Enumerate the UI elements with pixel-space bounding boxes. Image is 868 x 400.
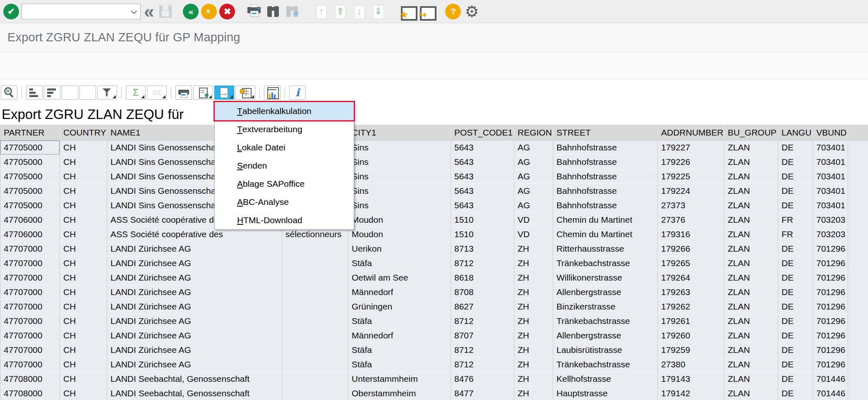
table-cell[interactable]: 47707000 xyxy=(0,256,60,271)
table-cell[interactable]: 179142 xyxy=(658,386,724,400)
table-cell[interactable]: AG xyxy=(514,155,553,169)
table-cell[interactable]: 27376 xyxy=(658,213,724,227)
table-cell[interactable]: CH xyxy=(60,314,107,329)
table-cell[interactable] xyxy=(282,271,348,285)
table-cell[interactable]: ZH xyxy=(514,329,553,343)
table-cell[interactable]: DE xyxy=(778,271,813,285)
table-cell[interactable]: 1510 xyxy=(451,213,514,227)
table-cell[interactable]: 47705000 xyxy=(0,184,60,198)
table-cell[interactable]: 179226 xyxy=(658,155,724,169)
table-cell[interactable]: 701446 xyxy=(813,386,848,400)
table-cell[interactable]: CH xyxy=(60,372,107,386)
header-cell-post_code1[interactable]: POST_CODE1 xyxy=(451,125,514,140)
table-cell[interactable]: ZH xyxy=(514,271,553,285)
table-cell[interactable]: Sins xyxy=(348,169,451,184)
table-cell[interactable]: 47707000 xyxy=(0,357,60,372)
table-cell[interactable]: 179143 xyxy=(658,372,724,386)
sort-ascending-button[interactable] xyxy=(26,86,43,100)
table-cell[interactable]: ZLAN xyxy=(724,343,778,357)
table-cell[interactable]: LANDI Zürichsee AG xyxy=(107,285,282,300)
table-cell[interactable]: 179316 xyxy=(658,227,724,242)
table-cell[interactable]: 5643 xyxy=(451,169,514,184)
table-cell[interactable]: Tränkebachstrasse xyxy=(553,314,658,329)
table-cell[interactable] xyxy=(282,386,348,400)
table-cell[interactable]: 179262 xyxy=(658,300,724,314)
table-cell[interactable]: LANDI Zürichsee AG xyxy=(107,343,282,357)
menu-item[interactable]: Senden xyxy=(215,157,354,175)
table-cell[interactable]: AG xyxy=(514,140,553,155)
table-cell[interactable]: 47705000 xyxy=(0,140,60,155)
table-cell[interactable]: ZLAN xyxy=(724,314,778,329)
table-cell[interactable]: Ritterhausstrasse xyxy=(553,242,658,256)
menu-item[interactable]: Textverarbeitung xyxy=(215,120,354,138)
table-cell[interactable]: 8712 xyxy=(451,357,514,372)
table-cell[interactable]: ZH xyxy=(514,314,553,329)
table-cell[interactable]: 179264 xyxy=(658,271,724,285)
print-button[interactable] xyxy=(175,86,192,100)
table-cell[interactable]: ZH xyxy=(514,343,553,357)
table-cell[interactable]: VD xyxy=(514,213,553,227)
find-button[interactable] xyxy=(62,86,78,100)
table-cell[interactable]: LANDI Zürichsee AG xyxy=(107,314,282,329)
table-cell[interactable]: LANDI Seebachtal, Genossenschaft xyxy=(107,386,282,400)
help-icon[interactable]: ? xyxy=(445,4,461,19)
table-cell[interactable]: Sins xyxy=(348,184,451,198)
table-cell[interactable]: AG xyxy=(514,184,553,198)
table-cell[interactable]: 703401 xyxy=(813,155,848,169)
table-cell[interactable]: CH xyxy=(60,198,107,213)
header-cell-vbund[interactable]: VBUND xyxy=(813,125,848,140)
table-cell[interactable] xyxy=(282,372,348,386)
table-cell[interactable]: ZLAN xyxy=(724,357,778,372)
table-cell[interactable]: LANDI Zürichsee AG xyxy=(107,357,282,372)
table-cell[interactable]: 27373 xyxy=(658,198,724,213)
table-cell[interactable]: 8477 xyxy=(451,386,514,400)
table-cell[interactable]: VD xyxy=(514,227,553,242)
table-cell[interactable]: Bahnhofstrasse xyxy=(553,155,658,169)
table-cell[interactable]: DE xyxy=(778,169,813,184)
table-cell[interactable]: Oetwil am See xyxy=(348,271,451,285)
table-cell[interactable]: CH xyxy=(60,213,107,227)
table-cell[interactable]: 47707000 xyxy=(0,300,60,314)
table-cell[interactable]: 5643 xyxy=(451,198,514,213)
table-cell[interactable]: 701296 xyxy=(813,314,848,329)
table-cell[interactable]: Männedorf xyxy=(348,329,451,343)
sort-descending-button[interactable] xyxy=(44,86,60,100)
table-cell[interactable]: 701296 xyxy=(813,242,848,256)
header-cell-region[interactable]: REGION xyxy=(514,125,553,140)
table-cell[interactable]: CH xyxy=(60,184,107,198)
views-button[interactable] xyxy=(193,86,213,100)
table-cell[interactable]: DE xyxy=(778,300,813,314)
table-cell[interactable]: Stäfa xyxy=(348,256,451,271)
table-cell[interactable]: Kellhofstrasse xyxy=(553,372,658,386)
table-cell[interactable]: CH xyxy=(60,343,107,357)
table-cell[interactable]: ZLAN xyxy=(724,169,778,184)
table-cell[interactable]: Uerikon xyxy=(348,242,451,256)
table-cell[interactable]: 47708000 xyxy=(0,386,60,400)
table-cell[interactable]: 703401 xyxy=(813,198,848,213)
table-cell[interactable]: CH xyxy=(60,300,107,314)
table-cell[interactable]: ZH xyxy=(514,386,553,400)
table-cell[interactable]: ZLAN xyxy=(724,285,778,300)
export-button[interactable] xyxy=(214,86,234,100)
table-cell[interactable]: 703401 xyxy=(813,140,848,155)
table-cell[interactable]: Sins xyxy=(348,155,451,169)
table-cell[interactable]: DE xyxy=(778,314,813,329)
table-cell[interactable]: Hauptstrasse xyxy=(553,386,658,400)
table-cell[interactable]: Chemin du Martinet xyxy=(553,213,658,227)
table-cell[interactable]: 701296 xyxy=(813,285,848,300)
table-cell[interactable]: DE xyxy=(778,386,813,400)
table-cell[interactable]: 8618 xyxy=(451,271,514,285)
table-cell[interactable]: 703401 xyxy=(813,169,848,184)
table-cell[interactable]: ZLAN xyxy=(724,271,778,285)
table-cell[interactable]: 47705000 xyxy=(0,169,60,184)
table-cell[interactable] xyxy=(282,300,348,314)
table-cell[interactable]: CH xyxy=(60,256,107,271)
table-cell[interactable]: CH xyxy=(60,357,107,372)
table-cell[interactable]: 47705000 xyxy=(0,155,60,169)
table-cell[interactable]: ZLAN xyxy=(724,372,778,386)
table-cell[interactable]: ZH xyxy=(514,256,553,271)
collapse-toolbar-icon[interactable]: « xyxy=(144,4,154,19)
table-cell[interactable]: Stäfa xyxy=(348,343,451,357)
table-cell[interactable]: 47705000 xyxy=(0,198,60,213)
table-cell[interactable]: DE xyxy=(778,343,813,357)
